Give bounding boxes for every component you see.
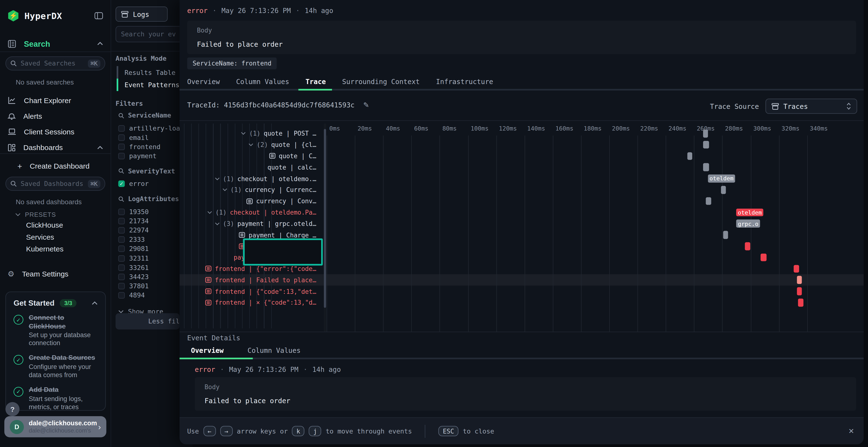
filter-option[interactable]: 21734: [118, 216, 149, 226]
get-started-step[interactable]: ✓Add DataStart sending logs, metrics, or…: [13, 386, 98, 411]
span-row[interactable]: (2)quote | {cl…: [180, 139, 325, 150]
span-row[interactable]: (1)currency | Currenc…: [180, 184, 325, 196]
filter-option[interactable]: 37801: [118, 281, 149, 291]
span-row[interactable]: currency | Conv…: [180, 196, 325, 207]
span-bar[interactable]: [703, 130, 708, 138]
filter-option[interactable]: artillery-loa: [118, 124, 180, 133]
tab-infrastructure[interactable]: Infrastructure: [436, 77, 493, 86]
create-dashboard-button[interactable]: + Create Dashboard: [0, 159, 111, 173]
checkbox[interactable]: [118, 143, 125, 150]
checkbox[interactable]: [118, 255, 125, 262]
less-filters-button[interactable]: Less fil: [116, 313, 180, 330]
checkbox[interactable]: [118, 274, 125, 280]
chevron-down-icon[interactable]: [241, 132, 246, 135]
span-bar[interactable]: [797, 276, 802, 284]
span-row[interactable]: quote | calc…: [180, 162, 325, 173]
user-menu[interactable]: D dale@clickhouse.com dale@clickhouse.co…: [4, 416, 106, 437]
filter-option[interactable]: ✓error: [118, 179, 149, 188]
span-bar[interactable]: [797, 287, 802, 295]
checkbox[interactable]: [118, 283, 125, 289]
presets-toggle[interactable]: PRESETS: [15, 211, 56, 218]
sidebar-item-chart-explorer[interactable]: Chart Explorer: [0, 93, 111, 107]
span-row[interactable]: (1)quote | POST …: [180, 128, 325, 139]
help-button[interactable]: ?: [5, 402, 20, 416]
span-row[interactable]: frontend | × {"code":13,"d…: [180, 297, 325, 308]
filter-option[interactable]: 33261: [118, 263, 149, 272]
chevron-down-icon[interactable]: [222, 188, 227, 192]
span-bar[interactable]: [723, 231, 728, 239]
close-icon[interactable]: ✕: [849, 425, 854, 436]
checkbox[interactable]: [118, 292, 125, 299]
sidebar-item-preset-kubernetes[interactable]: Kubernetes: [26, 245, 63, 253]
filter-option[interactable]: 29081: [118, 244, 149, 253]
span-bar[interactable]: [687, 152, 692, 160]
checkbox[interactable]: [118, 246, 125, 252]
span-bar[interactable]: oteldem: [736, 208, 763, 216]
filter-option[interactable]: 22974: [118, 226, 149, 235]
chevron-down-icon[interactable]: [215, 222, 220, 226]
saved-dashboards-input[interactable]: Saved Dashboards ⌘K: [5, 177, 105, 191]
analysis-mode-option[interactable]: Results Table: [117, 66, 176, 79]
checkbox[interactable]: [118, 208, 125, 215]
event-details-tab-overview[interactable]: Overview: [191, 346, 223, 354]
checkbox[interactable]: [118, 153, 125, 160]
sidebar-item-search[interactable]: Search: [0, 36, 111, 52]
checkbox[interactable]: [118, 236, 125, 243]
span-bar[interactable]: oteldem: [708, 175, 735, 182]
span-row[interactable]: (1)checkout | oteldemo.Pa…: [180, 207, 325, 218]
saved-searches-input[interactable]: Saved Searches ⌘K: [5, 56, 105, 71]
chevron-up-icon[interactable]: [97, 42, 103, 45]
sidebar-item-preset-services[interactable]: Services: [26, 233, 54, 241]
checkbox[interactable]: [118, 227, 125, 234]
span-bar[interactable]: [761, 253, 767, 262]
span-bar[interactable]: [706, 197, 711, 205]
analysis-mode-active[interactable]: Event Patterns: [117, 78, 179, 91]
span-bar[interactable]: [721, 186, 726, 194]
span-row[interactable]: (3)payment | grpc.oteld…: [180, 218, 325, 229]
filter-option[interactable]: 19350: [118, 207, 149, 216]
sidebar-item-dashboards[interactable]: Dashboards: [0, 140, 111, 154]
tab-column-values[interactable]: Column Values: [236, 77, 289, 86]
waterfall-scrollbar[interactable]: [324, 124, 326, 332]
sidebar-item-alerts[interactable]: Alerts: [0, 109, 111, 123]
filter-option[interactable]: 34423: [118, 272, 149, 281]
get-started-step[interactable]: ✓Create Data SourcesConfigure where your…: [13, 354, 98, 379]
filter-option[interactable]: 2333: [118, 235, 145, 244]
tab-overview[interactable]: Overview: [187, 77, 220, 86]
filter-option[interactable]: payment: [118, 151, 157, 161]
span-bar[interactable]: [745, 242, 750, 250]
edit-pencil-icon[interactable]: ✎: [363, 101, 369, 109]
checkbox[interactable]: [118, 218, 125, 224]
filter-option[interactable]: 4894: [118, 291, 145, 300]
checkbox[interactable]: [118, 125, 125, 132]
span-bar[interactable]: [798, 299, 803, 307]
tab-surrounding-context[interactable]: Surrounding Context: [342, 77, 420, 86]
checkbox[interactable]: [118, 134, 125, 141]
service-name-chip[interactable]: ServiceName: frontend: [187, 58, 277, 70]
get-started-step[interactable]: ✓Connect to ClickHouseSet up your databa…: [13, 314, 98, 347]
chevron-up-icon[interactable]: [97, 145, 103, 149]
span-bar[interactable]: [703, 163, 709, 171]
trace-source-select[interactable]: Traces: [766, 99, 857, 114]
source-select[interactable]: Logs: [116, 6, 167, 22]
sidebar-item-preset-clickhouse[interactable]: ClickHouse: [26, 221, 63, 229]
filter-option[interactable]: 32311: [118, 253, 149, 263]
sidebar-item-team-settings[interactable]: ⚙ Team Settings: [0, 267, 111, 281]
chevron-down-icon[interactable]: [207, 211, 212, 214]
span-bar[interactable]: [703, 141, 709, 149]
tab-trace[interactable]: Trace: [306, 77, 326, 86]
collapse-sidebar-icon[interactable]: [94, 12, 103, 20]
span-bar[interactable]: [794, 265, 799, 273]
checkbox[interactable]: ✓: [118, 181, 125, 187]
span-row[interactable]: (1)checkout | oteldemo.…: [180, 173, 325, 184]
event-details-tab-column-values[interactable]: Column Values: [247, 346, 301, 354]
chevron-up-icon[interactable]: [92, 301, 98, 305]
chevron-down-icon[interactable]: [215, 177, 220, 180]
sidebar-item-client-sessions[interactable]: Client Sessions: [0, 125, 111, 139]
checkbox[interactable]: [118, 264, 125, 271]
span-row[interactable]: quote | C…: [180, 150, 325, 162]
filter-option[interactable]: email: [118, 133, 149, 142]
span-row[interactable]: frontend | Failed to place…: [180, 274, 325, 286]
span-bar[interactable]: grpc.o: [736, 220, 760, 228]
chevron-down-icon[interactable]: [249, 143, 253, 146]
